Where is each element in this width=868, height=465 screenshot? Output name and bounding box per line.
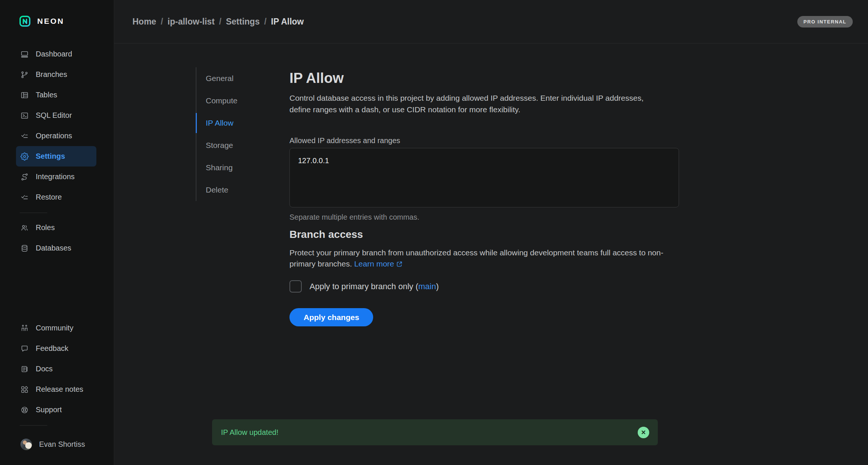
sidebar-item-settings[interactable]: Settings bbox=[16, 146, 96, 167]
sidebar-secondary-nav: Roles Databases bbox=[0, 217, 114, 258]
user-name: Evan Shortiss bbox=[39, 440, 85, 449]
breadcrumb-separator: / bbox=[219, 17, 221, 27]
sidebar-item-label: Docs bbox=[36, 365, 53, 373]
release-notes-icon bbox=[20, 385, 29, 394]
settings-icon bbox=[20, 152, 29, 161]
primary-branch-checkbox-label: Apply to primary branch only (main) bbox=[310, 282, 439, 291]
sidebar-item-restore[interactable]: Restore bbox=[16, 187, 96, 207]
sidebar-divider bbox=[20, 425, 47, 426]
breadcrumb-separator: / bbox=[161, 17, 163, 27]
ip-addresses-textarea[interactable]: 127.0.0.1 bbox=[289, 148, 679, 207]
sidebar-item-roles[interactable]: Roles bbox=[16, 217, 96, 238]
ip-field-label: Allowed IP addresses and ranges bbox=[289, 136, 400, 145]
page-title: IP Allow bbox=[289, 70, 344, 86]
databases-icon bbox=[20, 244, 29, 252]
sidebar-item-sql-editor[interactable]: SQL Editor bbox=[16, 105, 96, 126]
primary-branch-checkbox-row: Apply to primary branch only (main) bbox=[289, 280, 439, 293]
sidebar-item-label: Tables bbox=[36, 91, 57, 99]
sidebar-item-databases[interactable]: Databases bbox=[16, 238, 96, 258]
settings-subnav: General Compute IP Allow Storage Sharing… bbox=[196, 67, 256, 201]
main-branch-link[interactable]: main bbox=[418, 282, 436, 291]
sidebar-item-branches[interactable]: Branches bbox=[16, 64, 96, 85]
main-content: General Compute IP Allow Storage Sharing… bbox=[114, 43, 868, 465]
checkbox-label-prefix: Apply to primary branch only ( bbox=[310, 282, 418, 291]
apply-changes-button[interactable]: Apply changes bbox=[289, 308, 373, 326]
sidebar-item-label: Operations bbox=[36, 132, 72, 140]
subnav-item-delete[interactable]: Delete bbox=[196, 179, 256, 201]
neon-logo[interactable]: NEON bbox=[19, 16, 64, 27]
sidebar-item-feedback[interactable]: Feedback bbox=[16, 338, 96, 359]
sidebar-item-label: Restore bbox=[36, 193, 62, 201]
toast-message: IP Allow updated! bbox=[221, 428, 278, 437]
user-menu[interactable]: Evan Shortiss bbox=[16, 434, 85, 455]
learn-more-label: Learn more bbox=[354, 259, 394, 268]
ip-field-helper: Separate multiple entries with commas. bbox=[289, 213, 419, 222]
sidebar-item-dashboard[interactable]: Dashboard bbox=[16, 44, 96, 64]
sidebar-item-label: Dashboard bbox=[36, 50, 72, 58]
sql-editor-icon bbox=[20, 112, 29, 120]
app-header: Home / ip-allow-list / Settings / IP All… bbox=[114, 0, 868, 43]
sidebar-item-label: Roles bbox=[36, 223, 55, 232]
branch-access-title: Branch access bbox=[289, 229, 363, 240]
sidebar-item-operations[interactable]: Operations bbox=[16, 126, 96, 146]
sidebar-item-community[interactable]: Community bbox=[16, 318, 96, 338]
sidebar-item-label: Databases bbox=[36, 244, 71, 252]
sidebar-item-label: Integrations bbox=[36, 172, 75, 181]
feedback-icon bbox=[20, 345, 29, 353]
sidebar-item-label: Support bbox=[36, 406, 62, 414]
page-description: Control database access in this project … bbox=[289, 92, 664, 115]
community-icon bbox=[20, 324, 29, 332]
sidebar-item-release-notes[interactable]: Release notes bbox=[16, 379, 96, 400]
sidebar-item-label: Feedback bbox=[36, 344, 68, 353]
breadcrumb-home[interactable]: Home bbox=[132, 17, 156, 27]
sidebar-item-label: Community bbox=[36, 324, 73, 332]
success-toast: IP Allow updated! ✕ bbox=[212, 419, 658, 445]
breadcrumb-current: IP Allow bbox=[271, 17, 304, 27]
plan-badge: PRO INTERNAL bbox=[797, 16, 853, 28]
breadcrumb: Home / ip-allow-list / Settings / IP All… bbox=[132, 17, 304, 27]
subnav-item-compute[interactable]: Compute bbox=[196, 90, 256, 112]
brand-wordmark: NEON bbox=[37, 17, 64, 26]
dashboard-icon bbox=[20, 50, 29, 58]
toast-close-button[interactable]: ✕ bbox=[638, 427, 649, 438]
breadcrumb-settings[interactable]: Settings bbox=[226, 17, 260, 27]
operations-icon bbox=[20, 132, 29, 140]
branch-access-description-text: Protect your primary branch from unautho… bbox=[289, 248, 663, 268]
sidebar-item-integrations[interactable]: Integrations bbox=[16, 167, 96, 187]
sidebar-item-label: Release notes bbox=[36, 385, 83, 394]
sidebar-footer-nav: Community Feedback Docs Release notes Su… bbox=[0, 318, 114, 420]
sidebar: NEON Dashboard Branches Tables SQL Edito… bbox=[0, 0, 114, 465]
branch-access-description: Protect your primary branch from unautho… bbox=[289, 247, 673, 269]
sidebar-item-tables[interactable]: Tables bbox=[16, 85, 96, 105]
external-link-icon bbox=[396, 261, 403, 267]
primary-branch-checkbox[interactable] bbox=[289, 280, 302, 293]
restore-icon bbox=[20, 193, 29, 201]
breadcrumb-project[interactable]: ip-allow-list bbox=[167, 17, 215, 27]
subnav-item-ip-allow[interactable]: IP Allow bbox=[196, 112, 256, 134]
sidebar-item-label: Settings bbox=[36, 152, 65, 161]
subnav-item-sharing[interactable]: Sharing bbox=[196, 156, 256, 179]
checkbox-label-suffix: ) bbox=[436, 282, 439, 291]
sidebar-main-nav: Dashboard Branches Tables SQL Editor Ope… bbox=[0, 44, 114, 207]
learn-more-link[interactable]: Learn more bbox=[354, 259, 403, 268]
sidebar-divider bbox=[20, 213, 47, 213]
branches-icon bbox=[20, 71, 29, 79]
avatar bbox=[20, 439, 32, 450]
subnav-item-storage[interactable]: Storage bbox=[196, 134, 256, 156]
sidebar-item-label: Branches bbox=[36, 70, 67, 79]
close-icon: ✕ bbox=[641, 429, 646, 436]
breadcrumb-separator: / bbox=[264, 17, 266, 27]
integrations-icon bbox=[20, 173, 29, 181]
roles-icon bbox=[20, 224, 29, 232]
neon-logo-icon bbox=[19, 16, 31, 27]
tables-icon bbox=[20, 91, 29, 99]
docs-icon bbox=[20, 365, 29, 373]
sidebar-item-label: SQL Editor bbox=[36, 111, 72, 120]
sidebar-item-support[interactable]: Support bbox=[16, 400, 96, 420]
sidebar-item-docs[interactable]: Docs bbox=[16, 359, 96, 379]
subnav-item-general[interactable]: General bbox=[196, 67, 256, 90]
support-icon bbox=[20, 406, 29, 414]
